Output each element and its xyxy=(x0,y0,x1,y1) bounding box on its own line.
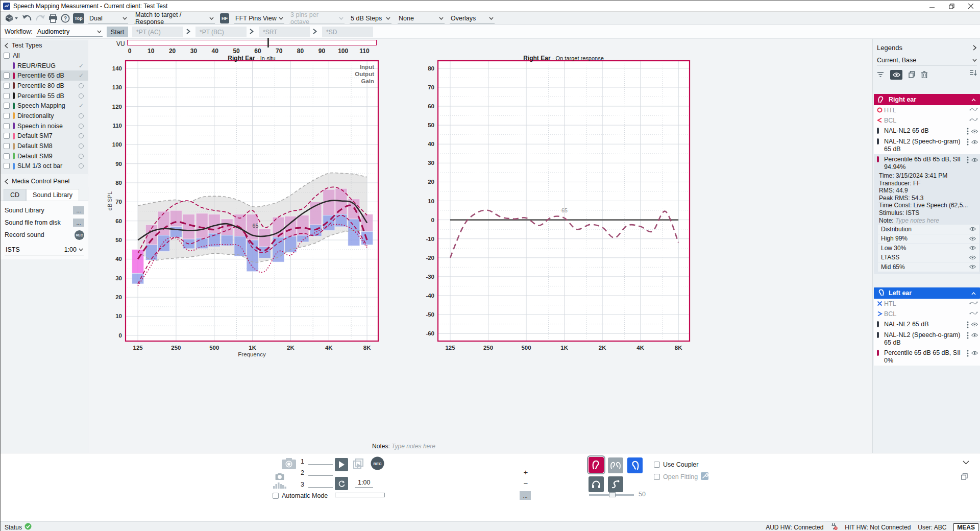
legend-item[interactable]: NAL-NL2 (Speech-o-gram) 65 dB xyxy=(874,136,980,154)
level-down-button[interactable]: − xyxy=(522,479,529,488)
left-ear-button[interactable] xyxy=(627,457,643,473)
checkbox[interactable] xyxy=(4,113,10,119)
automatic-mode-checkbox[interactable]: Automatic Mode xyxy=(273,492,328,499)
eye-icon[interactable] xyxy=(971,333,978,337)
legend-item[interactable]: HTL xyxy=(874,299,980,309)
kebab-menu-icon[interactable] xyxy=(967,138,969,146)
eye-icon[interactable] xyxy=(971,351,978,355)
db-steps-dropdown[interactable]: 5 dB Steps xyxy=(350,14,391,23)
overlays-dropdown[interactable]: Overlays xyxy=(450,14,495,23)
eye-icon[interactable] xyxy=(971,158,978,162)
checkbox[interactable] xyxy=(4,163,10,169)
kebab-menu-icon[interactable] xyxy=(967,156,969,163)
test-type-default-sm7[interactable]: Default SM7 xyxy=(1,131,88,141)
media-panel-header[interactable]: Media Control Panel xyxy=(1,176,88,187)
loop-duration[interactable]: 1:00 xyxy=(355,479,373,488)
checkbox[interactable] xyxy=(4,83,10,89)
chevron-down-icon[interactable] xyxy=(963,457,969,467)
top-view-icon[interactable]: Top xyxy=(73,13,84,23)
both-ears-button[interactable] xyxy=(608,457,623,473)
trash-icon[interactable] xyxy=(921,71,927,78)
sort-icon[interactable] xyxy=(969,69,977,76)
print-icon[interactable] xyxy=(48,13,58,23)
none-dropdown[interactable]: None xyxy=(398,14,445,23)
chevron-up-icon[interactable] xyxy=(971,292,976,295)
legend-preset-dropdown[interactable]: Current, Base xyxy=(877,56,977,65)
test-type-all[interactable]: All xyxy=(1,51,88,61)
eye-icon[interactable] xyxy=(969,255,976,260)
checkbox[interactable] xyxy=(4,153,10,159)
play-all-icon[interactable] xyxy=(352,458,365,473)
play-button[interactable] xyxy=(335,458,348,471)
eye-icon[interactable] xyxy=(971,129,978,134)
dual-view-dropdown[interactable]: Dual xyxy=(88,14,128,23)
workflow-step-field[interactable]: *PT (AC) xyxy=(132,27,183,37)
snapshot-slot-2[interactable]: 2 xyxy=(301,469,333,476)
sound-library-browse-button[interactable]: ... xyxy=(73,206,84,214)
test-types-header[interactable]: Test Types xyxy=(1,40,88,51)
sound-file-browse-button[interactable]: ... xyxy=(73,219,84,227)
chevron-right-icon[interactable] xyxy=(973,43,976,53)
tab-sound-library[interactable]: Sound Library xyxy=(26,189,79,201)
open-fitting-checkbox[interactable]: Open Fitting xyxy=(654,472,708,481)
test-type-reur-reug[interactable]: REUR/REUG✓ xyxy=(1,61,88,71)
tab-cd[interactable]: CD xyxy=(4,189,26,201)
stimulus-browse-button[interactable]: ... xyxy=(520,491,531,500)
monitor-slider-thumb[interactable] xyxy=(609,492,616,497)
level-up-button[interactable]: + xyxy=(522,468,529,476)
test-type-speech-in-noise[interactable]: Speech in noise xyxy=(1,121,88,131)
test-type-slm-1-3-oct-bar[interactable]: SLM 1/3 oct bar xyxy=(1,161,88,172)
eye-icon[interactable] xyxy=(969,236,976,241)
checkbox[interactable] xyxy=(4,143,10,149)
fft-view-dropdown[interactable]: FFT Pins View xyxy=(234,14,284,23)
probe-tube-icon[interactable] xyxy=(608,476,623,492)
test-type-percentile-80-db[interactable]: Percentile 80 dB xyxy=(1,81,88,91)
match-mode-dropdown[interactable]: Match to target / Response xyxy=(134,14,215,23)
record-icon[interactable]: REC xyxy=(75,230,84,240)
checkbox[interactable] xyxy=(4,123,10,129)
snapshot-slot-3[interactable]: 3 xyxy=(301,481,333,488)
test-type-percentile-65-db[interactable]: Percentile 65 dB✓ xyxy=(1,70,88,81)
restore-icon[interactable] xyxy=(942,1,961,12)
record-button[interactable]: REC xyxy=(371,456,384,472)
legend-item[interactable]: BCL xyxy=(874,115,980,126)
loop-button[interactable] xyxy=(335,477,348,490)
eye-icon[interactable] xyxy=(969,246,976,250)
checkbox[interactable] xyxy=(4,73,10,79)
legend-item[interactable]: HTL xyxy=(874,105,980,115)
workflow-step-field[interactable]: *SRT xyxy=(259,27,310,37)
note-line[interactable]: Note: Type notes here xyxy=(879,217,980,225)
eye-icon[interactable] xyxy=(969,264,976,269)
test-type-directionality[interactable]: Directionality xyxy=(1,111,88,121)
notes-field[interactable]: Notes: Type notes here xyxy=(353,443,455,450)
visibility-icon[interactable] xyxy=(890,70,902,80)
legend-item[interactable]: Percentile 65 dB 65 dB, SII 0% xyxy=(874,348,980,366)
all-checkbox[interactable] xyxy=(4,53,10,59)
test-type-default-sm8[interactable]: Default SM8 xyxy=(1,141,88,151)
legend-item[interactable]: BCL xyxy=(874,309,980,319)
eye-icon[interactable] xyxy=(969,227,976,231)
legend-item[interactable]: Percentile 65 dB 65 dB, SII 94.94% xyxy=(874,154,980,172)
chevron-up-icon[interactable] xyxy=(971,99,976,102)
use-coupler-checkbox[interactable]: Use Coupler xyxy=(654,461,698,468)
checkbox[interactable] xyxy=(4,103,10,109)
test-type-default-sm9[interactable]: Default SM9 xyxy=(1,151,88,161)
help-icon[interactable]: ? xyxy=(61,13,70,23)
left-ear-section-header[interactable]: Left ear xyxy=(874,287,980,299)
stimulus-dropdown[interactable]: ISTS 1:00 xyxy=(5,244,84,255)
test-type-percentile-55-db[interactable]: Percentile 55 dB xyxy=(1,91,88,101)
export-icon[interactable] xyxy=(5,13,18,23)
checkbox[interactable] xyxy=(4,133,10,139)
checkbox[interactable] xyxy=(4,93,10,99)
test-type-speech-mapping[interactable]: Speech Mapping✓ xyxy=(1,101,88,111)
kebab-menu-icon[interactable] xyxy=(967,332,969,339)
workflow-dropdown[interactable]: Audiometry xyxy=(36,27,103,37)
popout-icon[interactable] xyxy=(961,473,968,482)
hf-icon[interactable]: HF xyxy=(220,13,229,23)
eye-icon[interactable] xyxy=(971,322,978,327)
kebab-menu-icon[interactable] xyxy=(967,128,969,135)
legend-subcurve-high-99-[interactable]: High 99% xyxy=(878,234,979,244)
kebab-menu-icon[interactable] xyxy=(967,321,969,328)
close-icon[interactable] xyxy=(961,1,980,12)
kebab-menu-icon[interactable] xyxy=(967,350,969,357)
